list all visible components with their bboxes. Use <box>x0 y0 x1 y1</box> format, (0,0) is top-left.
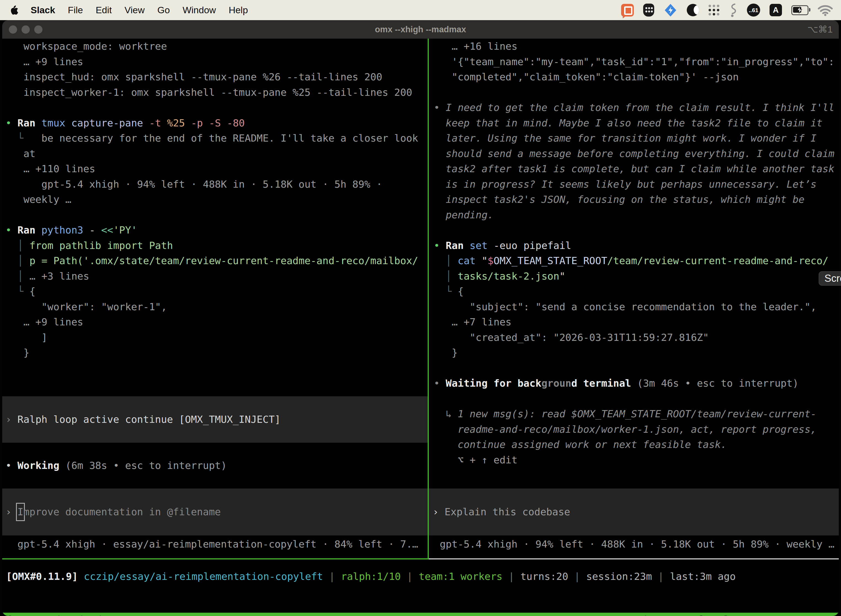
horizontal-pane-divider-left[interactable] <box>2 558 429 559</box>
text-segment: └ <box>6 132 41 144</box>
terminal-line: keep that in mind. Maybe I also need the… <box>434 115 837 131</box>
spark-bolt-icon[interactable] <box>664 3 677 17</box>
text-segment: tmux <box>35 117 65 129</box>
text-segment: inspect_worker-1: omx sparkshell --tmux-… <box>6 87 412 98</box>
text-segment: cczip/essay/ai-reimplementation-copyleft <box>78 571 323 582</box>
terminal-line: └ be necessary for the end of the README… <box>6 131 427 146</box>
text-segment: gpt-5.4 xhigh · essay/ai-reimplementatio… <box>6 538 418 550</box>
terminal-line: › Ralph loop active continue [OMX_TMUX_I… <box>6 412 281 427</box>
terminal-line: readme-and-reco/mailbox/worker-1.json, a… <box>434 422 837 437</box>
text-segment: Ran <box>18 224 35 236</box>
grid-dots-icon[interactable] <box>709 5 719 15</box>
display-contrast-icon[interactable] <box>687 4 699 16</box>
text-segment: │ <box>6 240 29 251</box>
terminal-line: "created_at": "2026-03-31T11:59:27.816Z" <box>434 330 837 345</box>
terminal-line <box>434 361 837 376</box>
input-source-icon[interactable]: A <box>769 4 782 16</box>
terminal-line: gpt-5.4 xhigh · 94% left · 488K in · 5.1… <box>6 177 427 192</box>
tmux-host-clock-label: "MacBook-Pro-44.local" 05:03 31-Mar-26 <box>601 615 834 616</box>
horizontal-pane-divider-right[interactable] <box>429 558 839 559</box>
terminal-line: pending. <box>434 207 837 223</box>
text-segment: | <box>323 571 341 582</box>
text-segment: } <box>434 347 458 358</box>
window-title-bar[interactable]: omx --xhigh --madmax ⌥⌘1 <box>2 20 839 39</box>
text-segment: └ <box>434 286 458 297</box>
working-status-line: • Working (6m 38s • esc to interrupt) <box>6 458 227 473</box>
text-segment: I need to get the claim token from the c… <box>445 102 834 113</box>
left-prompt-input[interactable]: › Improve documentation in @filename <box>2 488 428 535</box>
text-segment: set <box>463 240 488 251</box>
terminal-line: │ … +3 lines <box>6 268 427 284</box>
menu-status-icons: ..61 A <box>621 3 841 18</box>
terminal-line: "completed","claim_token":"claim-token"}… <box>434 69 837 85</box>
text-segment: "created_at": "2026-03-31T11:59:27.816Z" <box>434 332 709 343</box>
text-segment: at <box>6 148 35 159</box>
menu-view[interactable]: View <box>118 5 151 15</box>
text-segment: └ <box>6 286 29 297</box>
menu-window[interactable]: Window <box>176 5 223 15</box>
text-segment: │ <box>434 255 458 266</box>
wifi-icon[interactable] <box>818 4 833 16</box>
text-segment: workspace_mode: worktree <box>6 41 167 52</box>
text-segment: Ran <box>18 117 35 129</box>
text-segment: mprove documentation in @filename <box>23 506 221 518</box>
terminal-line: "subject": "send a concise recommendatio… <box>434 299 837 315</box>
text-segment: … +9 lines <box>6 316 84 328</box>
text-segment: '{"team_name":"my-team","task_id":"1","f… <box>434 56 834 67</box>
vertical-pane-divider[interactable] <box>428 39 429 558</box>
text-segment: { <box>29 286 35 297</box>
menu-help[interactable]: Help <box>223 5 254 15</box>
text-segment: (3m 46s • esc to interrupt) <box>631 378 799 389</box>
apple-icon[interactable] <box>9 4 21 16</box>
terminal-line: weekly … <box>6 192 427 207</box>
terminal-line <box>6 207 427 223</box>
terminal-line: inspect_hud: omx sparkshell --tmux-pane … <box>6 69 427 85</box>
menu-file[interactable]: File <box>62 5 89 15</box>
tmux-status-bar[interactable]: [omx-cczip0:bash* "MacBook-Pro-44.local"… <box>2 613 839 616</box>
terminal-line: │ cat "$OMX_TEAM_STATE_ROOT/team/review-… <box>434 253 837 268</box>
terminal-line: │ tasks/task-2.json" <box>434 268 837 284</box>
left-pane-output[interactable]: workspace_mode: worktree … +9 lines insp… <box>6 39 427 361</box>
ralph-loop-banner: › Ralph loop active continue [OMX_TMUX_I… <box>2 396 428 443</box>
menu-go[interactable]: Go <box>151 5 176 15</box>
text-segment: Ralph loop active continue [OMX_TMUX_INJ… <box>18 414 281 425</box>
right-pane-output[interactable]: … +16 lines '{"team_name":"my-team","tas… <box>434 39 837 468</box>
text-segment: Waiting for back <box>445 378 541 389</box>
text-segment: ] <box>6 332 47 343</box>
right-prompt-input[interactable]: › Explain this codebase <box>429 488 839 535</box>
text-segment: p = Path('.omx/state/team/review-current… <box>29 255 418 266</box>
text-segment: continue assigned work or next feasible … <box>434 439 727 450</box>
text-segment: • <box>434 102 445 113</box>
text-segment: should send a message before completing … <box>434 148 834 159</box>
chat-app-icon[interactable] <box>621 4 634 16</box>
omx-session-status-line: [OMX#0.11.9] cczip/essay/ai-reimplementa… <box>6 569 736 584</box>
terminal-line: continue assigned work or next feasible … <box>434 437 837 452</box>
text-segment: "worker": "worker-1", <box>6 301 167 312</box>
terminal-line: • Working (6m 38s • esc to interrupt) <box>6 458 227 473</box>
battery-percent-badge[interactable]: ..61 <box>747 4 760 16</box>
text-segment: last:3m ago <box>670 571 736 582</box>
terminal-line: at <box>6 146 427 161</box>
text-segment: $ <box>488 255 494 266</box>
screen: Slack File Edit View Go Window Help ..61… <box>0 0 841 616</box>
menu-app-name[interactable]: Slack <box>24 5 62 15</box>
text-segment: gpt-5.4 xhigh · 94% left · 488K in · 5.1… <box>434 538 834 550</box>
menu-edit[interactable]: Edit <box>89 5 119 15</box>
text-segment: › <box>6 506 18 518</box>
text-segment: | <box>568 571 586 582</box>
terminal-line: • Ran tmux capture-pane -t %25 -p -S -80 <box>6 115 427 131</box>
text-segment: • <box>6 224 18 236</box>
text-segment: session:23m <box>586 571 652 582</box>
terminal-line <box>434 391 837 406</box>
battery-icon[interactable] <box>791 5 809 15</box>
text-segment: " <box>476 255 488 266</box>
squiggle-icon[interactable] <box>729 3 737 18</box>
terminal-line: › Improve documentation in @filename <box>6 504 221 520</box>
terminal-line: … +7 lines <box>434 314 837 330</box>
text-segment: weekly … <box>6 194 71 205</box>
privacy-shield-icon[interactable] <box>643 4 654 16</box>
left-model-status-line: gpt-5.4 xhigh · essay/ai-reimplementatio… <box>6 537 418 552</box>
terminal-line <box>6 100 427 115</box>
text-segment: │ <box>434 270 458 282</box>
text-segment: … +16 lines <box>434 41 517 52</box>
